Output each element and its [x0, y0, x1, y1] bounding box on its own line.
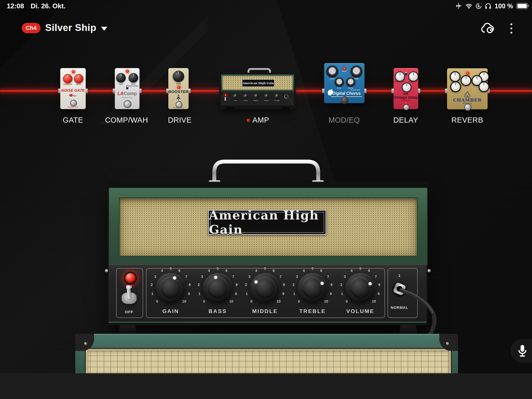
wifi-icon: [466, 3, 472, 9]
pedal-amp-thumbnail[interactable]: American High Gain GAINBASSMIDDLETREBLEV…: [220, 68, 296, 109]
mic-button[interactable]: [511, 339, 532, 363]
brand-label: Positive Grid: [115, 97, 139, 98]
brand-label: Positive Grid: [168, 107, 189, 109]
channel-badge[interactable]: Ch4: [22, 23, 41, 33]
thumb-knob-middle: [254, 94, 258, 98]
peak-reduction-knob: [129, 73, 138, 83]
knob-scale-number: 5: [264, 267, 266, 271]
knob-scale-number: 9: [235, 292, 237, 296]
amp-thumb-body: American High Gain GAINBASSMIDDLETREBLEV…: [220, 73, 296, 109]
knob-scale-number: 9: [188, 292, 190, 296]
amp-knob-label: GAIN: [162, 308, 179, 314]
knob-label: INTENSITY: [407, 81, 418, 83]
tone-cloud-button[interactable]: [480, 23, 495, 35]
knob-scale-number: 5: [359, 267, 361, 271]
power-switch-tip: [126, 285, 131, 290]
thumb-knob-label: MIDDLE: [252, 100, 260, 102]
knob-dome: [160, 277, 181, 298]
knob-scale-number: 5: [170, 267, 172, 271]
amp-foot: [282, 107, 289, 109]
slot-label-reverb[interactable]: REVERB: [451, 116, 483, 124]
jack-left: [445, 89, 447, 93]
pedal-name: BOOSTER: [168, 89, 189, 94]
knob-scale-number: 3: [201, 275, 203, 279]
pedal-la-comp[interactable]: GAIN PEAK REDUCTION LAComp Positive Grid: [115, 68, 139, 109]
pedal-name: CHAMBER: [447, 97, 488, 103]
knob-scale-number: 0: [250, 299, 252, 303]
amp-knob-treble[interactable]: [298, 273, 327, 302]
amp-knob-label: MIDDLE: [252, 308, 278, 314]
knob-scale-number: 9: [330, 292, 332, 296]
knob-scale-number: 8: [330, 283, 332, 287]
airplane-mode-icon: [455, 3, 462, 9]
knob-scale-number: 6: [320, 269, 322, 273]
input-number: 1: [398, 273, 401, 278]
amp-base: [109, 323, 427, 325]
power-off-label: OFF: [125, 310, 134, 314]
speaker-cabinet: [75, 334, 458, 373]
status-bar: 12:08 Di. 26. Okt. 100 %: [0, 0, 532, 12]
pedal-booster[interactable]: GAIN BOOSTER Positive Grid: [168, 68, 189, 109]
amp-knob-label: BASS: [209, 308, 227, 314]
knob-scale-number: 1: [293, 292, 295, 296]
led-indicator: [224, 94, 227, 96]
overflow-menu-button[interactable]: [509, 23, 514, 34]
cabinet-corner: [75, 334, 94, 351]
intensity-knob: [408, 71, 418, 82]
pedal-digital-chorus[interactable]: CHECK LEVEL TONE RATE DEPTH Positive Gri…: [324, 63, 364, 103]
slot-label-gate[interactable]: GATE: [63, 116, 83, 124]
knob-scale-number: 9: [377, 292, 380, 296]
brand-label: Positive Grid: [394, 100, 418, 102]
knob-scale-number: 3: [248, 275, 250, 279]
slot-label-amp[interactable]: AMP: [247, 116, 269, 124]
led-label: CHECK: [340, 70, 349, 72]
slot-label-mod-eq[interactable]: MOD/EQ: [329, 116, 360, 124]
level-knob: [326, 65, 338, 77]
decay-knob: [74, 74, 83, 83]
knob-scale-number: 1: [246, 292, 248, 296]
battery-icon: [516, 3, 528, 9]
footswitch: [341, 96, 349, 104]
mini-toggle: [126, 85, 128, 89]
panel-screw: [105, 269, 108, 272]
preset-selector[interactable]: Silver Ship: [45, 22, 107, 33]
pedal-noise-gate[interactable]: THRESHOLD DECAY NOISE GATE Positive Grid: [60, 68, 86, 109]
amp-knob-volume[interactable]: [346, 273, 375, 302]
active-dot: [247, 119, 250, 122]
knob-scale-number: 3: [296, 275, 298, 279]
slot-label-drive[interactable]: DRIVE: [168, 116, 191, 124]
amp-nameplate: American High Gain: [208, 210, 326, 235]
knob-scale-number: 7: [232, 275, 234, 279]
knob-scale-number: 4: [350, 269, 353, 273]
jack-right: [418, 89, 420, 93]
knob-scale-number: 4: [255, 269, 257, 273]
mini-toggle: [225, 97, 226, 101]
headphones-icon: [485, 3, 491, 9]
panel-screw: [428, 269, 431, 272]
knob-scale-number: 4: [303, 269, 305, 273]
knob-scale-number: 3: [344, 275, 346, 279]
amp-knob-bass[interactable]: [203, 273, 232, 302]
threshold-knob: [63, 74, 72, 83]
microphone-icon: [518, 344, 527, 357]
slot-label-delay[interactable]: DELAY: [393, 116, 418, 124]
amp-knob-middle[interactable]: [250, 273, 280, 302]
knob-scale-number: 10: [182, 299, 187, 303]
jack-right: [85, 89, 88, 93]
pedal-name: NOISE GATE: [60, 88, 86, 92]
pedal-chamber-reverb[interactable]: CHECK LEVEL TIME LOW CUT HIGH CUT DAMPIN…: [447, 68, 488, 109]
amp-knob-gain[interactable]: [156, 273, 185, 302]
knob-scale-number: 8: [189, 283, 191, 287]
slot-label-comp-wah[interactable]: COMP/WAH: [105, 116, 148, 124]
pedal-vintage-delay[interactable]: REPEAT RATE INTENSITY ECHO Vintage Delay…: [394, 68, 418, 109]
echo-knob: [402, 83, 411, 92]
led-indicator: [126, 70, 129, 73]
footswitch: [403, 104, 409, 110]
knob-scale-number: 8: [378, 283, 380, 287]
jack-left: [322, 89, 324, 93]
knob-scale-number: 7: [280, 275, 282, 279]
footswitch: [70, 100, 77, 107]
jack-right: [139, 89, 142, 93]
cabinet-grille: [86, 349, 451, 375]
knob-scale-number: 5: [217, 267, 219, 271]
